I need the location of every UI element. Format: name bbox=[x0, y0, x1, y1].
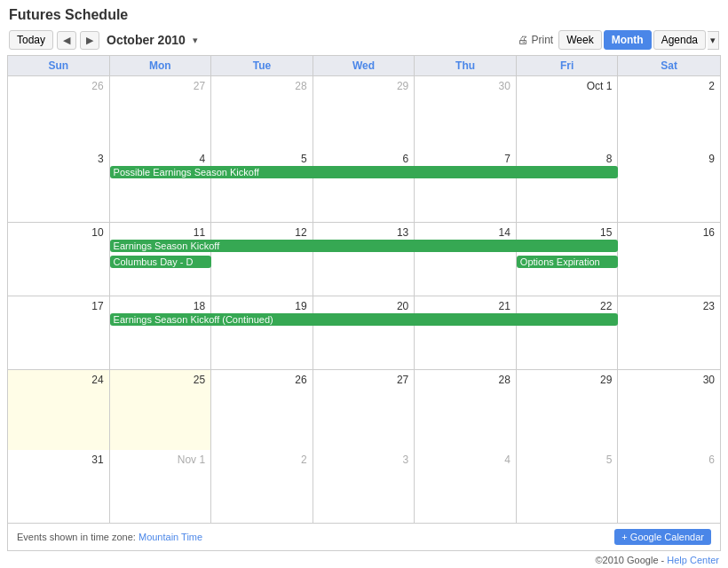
header-sun: Sun bbox=[8, 56, 110, 75]
day-oct3[interactable]: 3 bbox=[8, 149, 110, 222]
day-sep28[interactable]: 28 bbox=[211, 76, 313, 149]
next-button[interactable]: ▶ bbox=[80, 31, 99, 50]
day-oct25[interactable]: 25 bbox=[110, 370, 212, 450]
day-nov1[interactable]: Nov 1 bbox=[110, 450, 212, 523]
week-4-grid: 17 18 19 20 21 22 23 bbox=[8, 296, 720, 370]
week-5-grid: 24 25 26 27 28 29 30 bbox=[8, 370, 720, 450]
day-oct28[interactable]: 28 bbox=[415, 370, 517, 450]
day-oct1[interactable]: Oct 1 bbox=[517, 76, 619, 149]
day-nov4[interactable]: 4 bbox=[415, 450, 517, 523]
toolbar-right: 🖨 Print Week Month Agenda ▾ bbox=[518, 30, 719, 50]
day-sep30[interactable]: 30 bbox=[415, 76, 517, 149]
day-nov2[interactable]: 2 bbox=[211, 450, 313, 523]
day-oct24[interactable]: 24 bbox=[8, 370, 110, 450]
day-oct30[interactable]: 30 bbox=[618, 370, 720, 450]
header-sat: Sat bbox=[618, 56, 720, 75]
footer-right: + Google Calendar bbox=[614, 529, 711, 545]
day-oct29[interactable]: 29 bbox=[517, 370, 619, 450]
day-oct21[interactable]: 21 bbox=[415, 296, 517, 369]
week-5: 24 25 26 27 28 29 30 bbox=[8, 370, 720, 450]
footer: Events shown in time zone: Mountain Time… bbox=[7, 524, 721, 551]
event-earnings-kickoff-continued[interactable]: Earnings Season Kickoff (Continued) bbox=[110, 313, 619, 326]
header-fri: Fri bbox=[517, 56, 619, 75]
week-1: 26 27 28 29 30 Oct 1 2 bbox=[8, 76, 720, 149]
calendar: Sun Mon Tue Wed Thu Fri Sat 26 27 28 29 … bbox=[7, 55, 721, 524]
header-thu: Thu bbox=[415, 56, 517, 75]
event-earnings-kickoff[interactable]: Earnings Season Kickoff bbox=[110, 240, 619, 252]
day-oct8[interactable]: 8 bbox=[517, 149, 619, 222]
day-oct27[interactable]: 27 bbox=[313, 370, 415, 450]
month-dropdown-arrow[interactable]: ▾ bbox=[193, 35, 198, 46]
day-oct9[interactable]: 9 bbox=[618, 149, 720, 222]
week-1-grid: 26 27 28 29 30 Oct 1 2 bbox=[8, 76, 720, 149]
day-oct26[interactable]: 26 bbox=[211, 370, 313, 450]
day-nov5[interactable]: 5 bbox=[517, 450, 619, 523]
day-oct19[interactable]: 19 bbox=[211, 296, 313, 369]
event-options-expiration[interactable]: Options Expiration bbox=[517, 256, 619, 268]
event-earnings-kickoff-possible[interactable]: Possible Earnings Season Kickoff bbox=[110, 166, 619, 178]
day-oct13[interactable]: 13 bbox=[313, 223, 415, 296]
month-label: October 2010 bbox=[107, 33, 186, 47]
calendar-body: 26 27 28 29 30 Oct 1 2 3 4 5 6 7 8 bbox=[8, 76, 720, 523]
help-center-link[interactable]: Help Center bbox=[667, 555, 719, 565]
timezone-value: Mountain Time bbox=[138, 532, 202, 542]
today-button[interactable]: Today bbox=[9, 30, 53, 50]
day-oct4[interactable]: 4 bbox=[110, 149, 212, 222]
week-3: 10 11 12 13 14 15 16 Earnings Season Kic… bbox=[8, 223, 720, 296]
toolbar-left: Today ◀ ▶ October 2010 ▾ bbox=[9, 30, 198, 50]
agenda-dropdown-arrow[interactable]: ▾ bbox=[708, 31, 719, 50]
timezone-info: Events shown in time zone: Mountain Time bbox=[17, 532, 202, 542]
header-tue: Tue bbox=[211, 56, 313, 75]
header-wed: Wed bbox=[313, 56, 415, 75]
timezone-label: Events shown in time zone: bbox=[17, 532, 136, 542]
day-oct16[interactable]: 16 bbox=[618, 223, 720, 296]
day-oct12[interactable]: 12 bbox=[211, 223, 313, 296]
google-calendar-button[interactable]: + Google Calendar bbox=[614, 529, 711, 545]
print-button[interactable]: 🖨 Print bbox=[518, 34, 553, 46]
day-oct31[interactable]: 31 bbox=[8, 450, 110, 523]
day-oct2[interactable]: 2 bbox=[618, 76, 720, 149]
day-nov3[interactable]: 3 bbox=[313, 450, 415, 523]
week-4: 17 18 19 20 21 22 23 Earnings Season Kic… bbox=[8, 296, 720, 370]
day-oct10[interactable]: 10 bbox=[8, 223, 110, 296]
view-agenda-button[interactable]: Agenda bbox=[653, 30, 706, 50]
day-oct23[interactable]: 23 bbox=[618, 296, 720, 369]
day-oct18[interactable]: 18 bbox=[110, 296, 212, 369]
day-sep27[interactable]: 27 bbox=[110, 76, 212, 149]
day-nov6[interactable]: 6 bbox=[618, 450, 720, 523]
day-oct7[interactable]: 7 bbox=[415, 149, 517, 222]
day-oct14[interactable]: 14 bbox=[415, 223, 517, 296]
day-sep26[interactable]: 26 bbox=[8, 76, 110, 149]
day-oct20[interactable]: 20 bbox=[313, 296, 415, 369]
day-oct5[interactable]: 5 bbox=[211, 149, 313, 222]
copyright-text: ©2010 Google - bbox=[595, 555, 667, 565]
day-sep29[interactable]: 29 bbox=[313, 76, 415, 149]
week-6: 31 Nov 1 2 3 4 5 6 bbox=[8, 450, 720, 523]
view-month-button[interactable]: Month bbox=[604, 30, 652, 50]
view-week-button[interactable]: Week bbox=[558, 30, 601, 50]
bottom-bar: ©2010 Google - Help Center bbox=[0, 551, 728, 568]
page-title: Futures Schedule bbox=[0, 0, 728, 27]
header-mon: Mon bbox=[110, 56, 212, 75]
week-2-grid: 3 4 5 6 7 8 9 bbox=[8, 149, 720, 223]
prev-button[interactable]: ◀ bbox=[57, 31, 76, 50]
event-columbus-day[interactable]: Columbus Day - D bbox=[110, 256, 212, 268]
week-6-grid: 31 Nov 1 2 3 4 5 6 bbox=[8, 450, 720, 523]
day-oct6[interactable]: 6 bbox=[313, 149, 415, 222]
calendar-header: Sun Mon Tue Wed Thu Fri Sat bbox=[8, 56, 720, 76]
toolbar: Today ◀ ▶ October 2010 ▾ 🖨 Print Week Mo… bbox=[0, 27, 728, 55]
day-oct17[interactable]: 17 bbox=[8, 296, 110, 369]
day-oct22[interactable]: 22 bbox=[517, 296, 619, 369]
week-2: 3 4 5 6 7 8 9 Possible Earnings Season K… bbox=[8, 149, 720, 223]
